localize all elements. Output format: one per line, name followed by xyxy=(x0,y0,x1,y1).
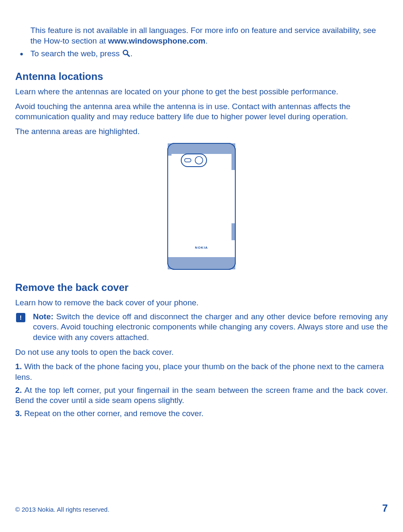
antenna-figure: NOKIA xyxy=(15,143,388,271)
step2-text: At the top left corner, put your fingern… xyxy=(15,386,388,405)
page-footer: © 2013 Nokia. All rights reserved. 7 xyxy=(15,502,388,514)
page-number: 7 xyxy=(382,502,388,514)
intro-paragraph: This feature is not available in all lan… xyxy=(30,25,388,46)
backcover-p2: Do not use any tools to open the back co… xyxy=(15,347,388,358)
note-block: ! Note: Switch the device off and discon… xyxy=(15,312,388,343)
step3-num: 3. xyxy=(15,409,22,418)
bullet-text-a: To search the web, press xyxy=(30,49,122,58)
bullet-text-c: . xyxy=(131,49,133,58)
antenna-p1: Learn where the antennas are located on … xyxy=(15,87,388,97)
note-text: Switch the device off and disconnect the… xyxy=(33,312,388,342)
svg-rect-6 xyxy=(231,223,235,240)
step2-num: 2. xyxy=(15,386,22,395)
step-1: 1. With the back of the phone facing you… xyxy=(15,362,388,382)
svg-line-1 xyxy=(127,54,129,56)
copyright-text: © 2013 Nokia. All rights reserved. xyxy=(15,506,109,513)
bullet-dot-icon xyxy=(20,53,23,55)
bullet-item: To search the web, press . xyxy=(15,49,388,60)
step1-text: With the back of the phone facing you, p… xyxy=(15,362,384,381)
step1-num: 1. xyxy=(15,362,22,371)
backcover-heading: Remove the back cover xyxy=(15,282,388,293)
step3-text: Repeat on the other corner, and remove t… xyxy=(22,409,204,418)
step-3: 3. Repeat on the other corner, and remov… xyxy=(15,409,388,419)
phone-brand-label: NOKIA xyxy=(195,246,208,250)
note-icon: ! xyxy=(16,313,25,322)
search-icon xyxy=(122,49,131,60)
intro-url: www.windowsphone.com xyxy=(108,36,205,45)
backcover-p1: Learn how to remove the back cover of yo… xyxy=(15,298,388,308)
intro-text-c: . xyxy=(205,36,207,45)
step-2: 2. At the top left corner, put your fing… xyxy=(15,385,388,406)
antenna-p2: Avoid touching the antenna area while th… xyxy=(15,101,388,122)
phone-back-illustration: NOKIA xyxy=(167,143,236,270)
note-label: Note: xyxy=(33,312,54,321)
antenna-p3: The antenna areas are highlighted. xyxy=(15,126,388,137)
antenna-heading: Antenna locations xyxy=(15,71,388,82)
